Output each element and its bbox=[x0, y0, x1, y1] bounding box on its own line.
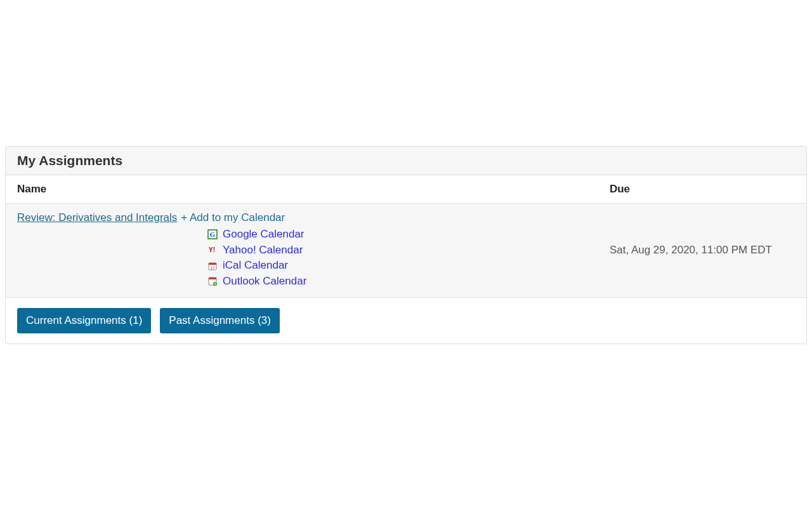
calendar-option-label: Outlook Calendar bbox=[223, 274, 306, 290]
calendar-option-outlook[interactable]: Outlook Calendar bbox=[207, 274, 587, 290]
panel-title: My Assignments bbox=[17, 153, 795, 168]
calendar-option-label: Google Calendar bbox=[223, 227, 304, 243]
ical-calendar-icon: 17 bbox=[207, 261, 218, 271]
calendar-option-ical[interactable]: 17 iCal Calendar bbox=[207, 258, 587, 274]
calendar-option-label: iCal Calendar bbox=[223, 258, 288, 274]
svg-text:17: 17 bbox=[211, 266, 215, 270]
svg-text:G: G bbox=[210, 231, 216, 238]
calendar-option-google[interactable]: G Google Calendar bbox=[207, 227, 587, 243]
assignment-filter-buttons: Current Assignments (1) Past Assignments… bbox=[6, 298, 806, 344]
past-assignments-button[interactable]: Past Assignments (3) bbox=[160, 308, 280, 333]
calendar-options: G Google Calendar Y! Yahoo! Cale bbox=[17, 227, 587, 290]
svg-rect-7 bbox=[209, 277, 216, 279]
outlook-calendar-icon bbox=[207, 276, 218, 286]
assignment-link[interactable]: Review: Derivatives and Integrals bbox=[17, 211, 177, 224]
add-to-calendar-toggle[interactable]: + Add to my Calendar bbox=[181, 211, 285, 224]
svg-text:Y!: Y! bbox=[209, 246, 215, 253]
calendar-option-yahoo[interactable]: Y! Yahoo! Calendar bbox=[207, 243, 587, 258]
assignments-table: Name Due Review: Derivatives and Integra… bbox=[6, 175, 806, 298]
assignment-name-line: Review: Derivatives and Integrals + Add … bbox=[17, 211, 587, 224]
current-assignments-button[interactable]: Current Assignments (1) bbox=[17, 308, 151, 333]
calendar-option-label: Yahoo! Calendar bbox=[223, 243, 303, 258]
google-calendar-icon: G bbox=[207, 229, 218, 239]
column-header-due: Due bbox=[598, 175, 806, 204]
assignment-due: Sat, Aug 29, 2020, 11:00 PM EDT bbox=[598, 204, 806, 298]
svg-rect-4 bbox=[209, 263, 216, 265]
yahoo-calendar-icon: Y! bbox=[207, 245, 218, 255]
panel-header: My Assignments bbox=[6, 147, 806, 175]
column-header-name: Name bbox=[6, 175, 598, 204]
table-row: Review: Derivatives and Integrals + Add … bbox=[6, 204, 806, 298]
assignments-panel: My Assignments Name Due Review: Derivati… bbox=[5, 146, 807, 344]
